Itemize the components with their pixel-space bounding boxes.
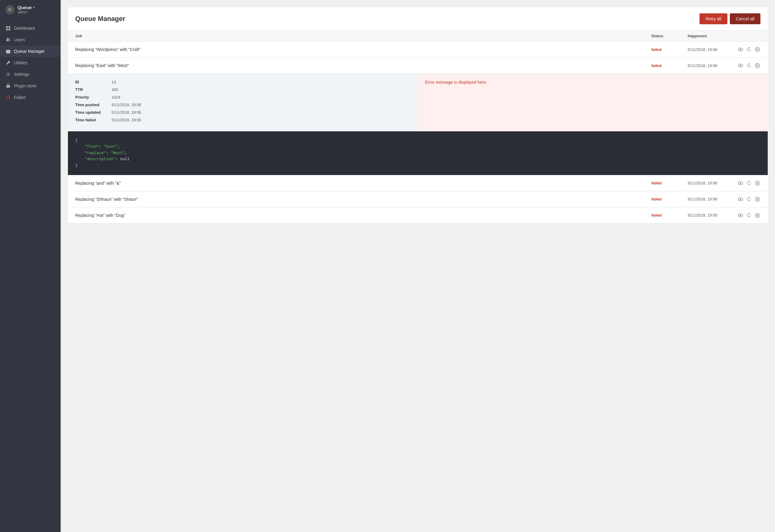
sidebar-item-failed[interactable]: Failed <box>0 92 61 103</box>
svg-rect-0 <box>6 26 8 28</box>
detail-value-time-pushed: 5/11/2018, 19:06 <box>112 102 411 107</box>
cancel-icon[interactable] <box>754 62 760 69</box>
cancel-icon[interactable] <box>754 196 760 202</box>
plugin-icon <box>5 83 11 89</box>
detail-panel: ID 13 TTR 300 Priority 1024 Time pushed … <box>68 73 768 131</box>
detail-value-time-failed: 5/11/2018, 19:06 <box>112 118 411 122</box>
wrench-icon <box>5 60 11 65</box>
detail-value-id: 13 <box>112 80 411 84</box>
cancel-icon[interactable] <box>754 46 760 52</box>
content-card: Queue Manager Retry all Cancel all Job S… <box>68 7 768 223</box>
table-row: Replacing “Wordpress” with “Craft” faile… <box>68 42 768 58</box>
sidebar-header: C Queue ▾ admin <box>0 0 61 19</box>
sidebar-item-plugin-store[interactable]: Plugin store <box>0 80 61 92</box>
detail-label-time-updated: Time updated <box>75 110 112 115</box>
sidebar-item-label: Utilities <box>14 60 28 65</box>
sidebar-nav: Dashboard Users <box>0 19 61 532</box>
svg-point-9 <box>8 74 9 75</box>
job-row-main: Replacing “and” with “&” failed 5/11/201… <box>68 175 768 191</box>
failed-dot-icon <box>5 95 11 100</box>
detail-row-time-pushed: Time pushed 5/11/2018, 19:06 <box>75 102 411 107</box>
row-actions <box>736 196 760 202</box>
happened-time: 5/11/2018, 19:06 <box>688 181 736 185</box>
detail-row-time-updated: Time updated 5/11/2018, 19:06 <box>75 110 411 115</box>
view-icon[interactable] <box>737 196 743 202</box>
sidebar-item-label: Users <box>14 37 25 42</box>
status-badge: failed <box>651 213 688 217</box>
happened-time: 5/11/2018, 19:06 <box>688 47 736 52</box>
job-row-main: Replacing “Shhaun” with “Shaun” failed 5… <box>68 191 768 207</box>
cancel-icon[interactable] <box>754 212 760 218</box>
cancel-all-button[interactable]: Cancel all <box>730 13 760 24</box>
sidebar-item-label: Settings <box>14 72 29 77</box>
main-content: Queue Manager Retry all Cancel all Job S… <box>61 0 775 532</box>
svg-rect-1 <box>8 26 10 28</box>
row-actions <box>736 62 760 69</box>
error-message: Error message is displayed here. <box>425 80 487 85</box>
sidebar-item-dashboard[interactable]: Dashboard <box>0 22 61 34</box>
users-icon <box>5 37 11 42</box>
svg-rect-10 <box>6 85 10 88</box>
card-header: Queue Manager Retry all Cancel all <box>68 7 768 31</box>
table-row: Replacing “Hot” with “Dog” failed 5/11/2… <box>68 207 768 223</box>
table-row: Replacing “Shhaun” with “Shaun” failed 5… <box>68 191 768 207</box>
svg-point-32 <box>740 214 741 216</box>
svg-rect-7 <box>6 51 10 52</box>
settings-icon <box>5 72 11 77</box>
detail-row-time-failed: Time failed 5/11/2018, 19:06 <box>75 118 411 122</box>
code-content: { "find": "East", "replace": "West", "de… <box>75 137 760 169</box>
sidebar-item-users[interactable]: Users <box>0 34 61 45</box>
sidebar-item-queue-manager[interactable]: Queue Manager <box>0 45 61 57</box>
col-status: Status <box>651 34 688 38</box>
detail-row-id: ID 13 <box>75 80 411 84</box>
job-row-main: Replacing “East” with “West” failed 5/11… <box>68 58 768 73</box>
detail-info: ID 13 TTR 300 Priority 1024 Time pushed … <box>68 74 418 131</box>
code-block: { "find": "East", "replace": "West", "de… <box>68 131 768 175</box>
job-row-main: Replacing “Wordpress” with “Craft” faile… <box>68 42 768 57</box>
detail-value-priority: 1024 <box>112 95 411 99</box>
status-badge: failed <box>651 47 688 52</box>
row-actions <box>736 46 760 52</box>
view-icon[interactable] <box>737 212 743 218</box>
job-row-main: Replacing “Hot” with “Dog” failed 5/11/2… <box>68 207 768 223</box>
sidebar-item-settings[interactable]: Settings <box>0 69 61 80</box>
retry-icon[interactable] <box>746 62 752 69</box>
view-icon[interactable] <box>737 180 743 186</box>
retry-icon[interactable] <box>746 196 752 202</box>
retry-icon[interactable] <box>746 180 752 186</box>
chevron-down-icon: ▾ <box>33 6 35 9</box>
job-name: Replacing “Shhaun” with “Shaun” <box>75 197 651 202</box>
cancel-icon[interactable] <box>754 180 760 186</box>
svg-rect-2 <box>6 28 8 30</box>
svg-point-22 <box>740 182 741 184</box>
svg-rect-8 <box>6 52 10 53</box>
detail-label-time-pushed: Time pushed <box>75 102 112 107</box>
col-actions <box>736 34 760 38</box>
sidebar: C Queue ▾ admin Dashboard <box>0 0 61 532</box>
svg-point-17 <box>740 65 741 66</box>
view-icon[interactable] <box>737 46 743 52</box>
svg-point-5 <box>8 38 10 39</box>
status-badge: failed <box>651 63 688 68</box>
status-badge: failed <box>651 197 688 201</box>
detail-row-ttr: TTR 300 <box>75 87 411 92</box>
happened-time: 5/11/2018, 19:06 <box>688 197 736 201</box>
svg-rect-3 <box>8 28 10 30</box>
svg-point-12 <box>740 49 741 50</box>
view-icon[interactable] <box>737 62 743 69</box>
svg-rect-6 <box>6 50 10 51</box>
sidebar-item-label: Plugin store <box>14 83 36 88</box>
detail-label-ttr: TTR <box>75 87 112 92</box>
retry-icon[interactable] <box>746 212 752 218</box>
table-row: Replacing “East” with “West” failed 5/11… <box>68 58 768 175</box>
job-name: Replacing “East” with “West” <box>75 63 651 68</box>
row-actions <box>736 212 760 218</box>
row-actions <box>736 180 760 186</box>
detail-value-time-updated: 5/11/2018, 19:06 <box>112 110 411 115</box>
retry-all-button[interactable]: Retry all <box>700 13 727 24</box>
retry-icon[interactable] <box>746 46 752 52</box>
detail-row-priority: Priority 1024 <box>75 95 411 99</box>
sidebar-item-utilities[interactable]: Utilities <box>0 57 61 69</box>
avatar: C <box>5 5 15 14</box>
job-name: Replacing “Wordpress” with “Craft” <box>75 47 651 52</box>
